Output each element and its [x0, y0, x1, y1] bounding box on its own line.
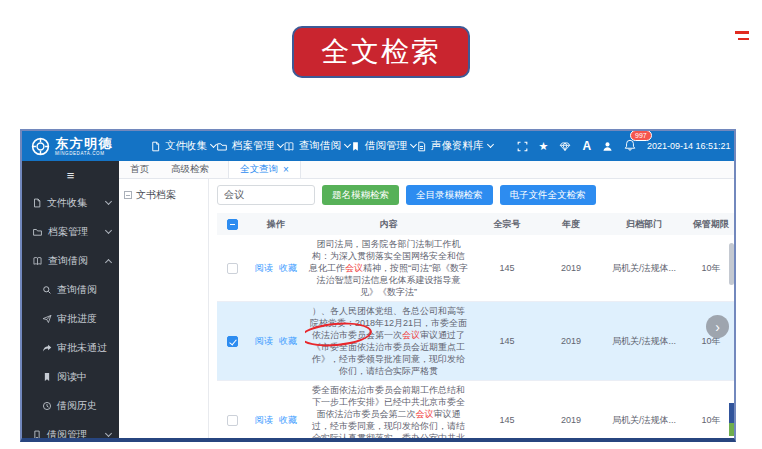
nav-label: 借阅管理 [365, 139, 407, 153]
notifications-bell[interactable]: 997 [624, 137, 636, 155]
highlighted-keyword: 会议 [345, 263, 363, 273]
nav-item-file-collect[interactable]: 文件收集 [150, 139, 216, 153]
highlighted-keyword: 会议 [402, 330, 420, 340]
tab-label: 全文查询 [240, 163, 278, 176]
logo-icon [31, 137, 50, 156]
row-checkbox[interactable] [227, 263, 238, 274]
sidebar-item-label: 审批进度 [57, 312, 97, 326]
collapsed-menu-icon[interactable] [735, 31, 749, 44]
efile-fulltext-search-button[interactable]: 电子文件全文检索 [500, 185, 596, 205]
nav-item-query-borrow[interactable]: 查询借阅 [283, 139, 350, 153]
sidebar-item-label: 查询借阅 [48, 254, 88, 268]
bookmark-icon [42, 372, 52, 382]
top-nav: 文件收集 档案管理 查询借阅 借阅管理 [150, 139, 493, 153]
header-utilities: ★ A 997 2021-09-14 16:51:21 你好 档案管理员 [517, 137, 737, 155]
retention-period: 10年 [688, 235, 734, 301]
table-row[interactable]: 阅读 收藏 团司法局，国务院各部门法制工作机构：为深入贯彻落实全国网络安全和信息… [217, 235, 734, 302]
favorite-link[interactable]: 收藏 [279, 335, 297, 347]
scrollbar-bottom-indicator[interactable] [729, 403, 734, 436]
content-snippet: 委全面依法治市委员会前期工作总结和下一步工作安排》已经中共北京市委全面依法治市委… [305, 381, 472, 442]
fullscreen-icon[interactable] [517, 141, 528, 152]
close-icon[interactable]: × [283, 165, 289, 175]
logo[interactable]: 东方明德 MINGDEDATA.COM [22, 137, 140, 156]
favorite-link[interactable]: 收藏 [279, 262, 297, 274]
read-link[interactable]: 阅读 [255, 335, 273, 347]
next-page-button[interactable]: › [706, 315, 729, 338]
vertical-scrollbar-thumb[interactable] [729, 243, 734, 285]
sidebar-item-label: 档案管理 [48, 225, 88, 239]
sidebar-item-file-collect[interactable]: 文件收集 [22, 188, 119, 217]
fonds-number: 145 [472, 381, 542, 442]
column-header-content: 内容 [305, 213, 472, 235]
row-checkbox[interactable] [227, 336, 238, 347]
header-datetime: 2021-09-14 16:51:21 [647, 141, 731, 151]
nav-item-archive-manage[interactable]: 档案管理 [216, 139, 283, 153]
book-icon [32, 256, 43, 266]
history-icon [42, 401, 52, 411]
retention-period: 10年 [688, 381, 734, 442]
star-icon[interactable]: ★ [539, 141, 549, 152]
sidebar-item-borrow-manage[interactable]: 借阅管理 [22, 420, 119, 438]
year: 2019 [542, 381, 600, 442]
year: 2019 [542, 302, 600, 380]
nav-item-media-library[interactable]: 声像资料库 [416, 139, 493, 153]
year: 2019 [542, 235, 600, 301]
tab-fulltext-query[interactable]: 全文查询 × [228, 161, 301, 178]
tab-advanced-search[interactable]: 高级检索 [160, 161, 220, 178]
page: 全文检索 东方明德 MINGDEDATA.COM 文件收集 [0, 0, 762, 449]
table-row[interactable]: 阅读 收藏 委全面依法治市委员会前期工作总结和下一步工作安排》已经中共北京市委全… [217, 381, 734, 442]
read-link[interactable]: 阅读 [255, 414, 273, 426]
column-header-operation: 操作 [247, 213, 305, 235]
sidebar-item-archive-manage[interactable]: 档案管理 [22, 217, 119, 246]
book-icon [283, 141, 295, 152]
fonds-number: 145 [472, 235, 542, 301]
sidebar-item-label: 借阅历史 [57, 399, 97, 413]
tab-bar: 首页 高级检索 全文查询 × [119, 161, 734, 179]
sidebar-subitem-reading[interactable]: 阅读中 [22, 362, 119, 391]
sidebar-subitem-approval-progress[interactable]: 审批进度 [22, 304, 119, 333]
search-input[interactable] [217, 185, 315, 205]
sidebar-item-label: 审批未通过 [57, 341, 107, 355]
font-size-icon[interactable]: A [582, 140, 591, 152]
row-checkbox[interactable] [227, 415, 238, 426]
filing-department: 局机关/法规体... [600, 235, 688, 301]
media-file-icon [416, 141, 427, 152]
sidebar-subitem-approval-rejected[interactable]: 审批未通过 [22, 333, 119, 362]
table-row-selected[interactable]: 阅读 收藏 ）、各人民团体党组、各总公司和高等院校党委：2018年12月21日，… [217, 302, 734, 381]
retention-period: 10年 [688, 302, 734, 380]
app-window: 东方明德 MINGDEDATA.COM 文件收集 档案管理 查询借阅 [20, 129, 736, 442]
title-fuzzy-search-button[interactable]: 题名模糊检索 [322, 185, 399, 205]
tab-home[interactable]: 首页 [119, 161, 160, 178]
nav-item-borrow-manage[interactable]: 借阅管理 [350, 139, 416, 153]
tree-collapse-icon[interactable] [124, 191, 132, 199]
document-icon [150, 141, 161, 152]
sidebar-subitem-borrow-history[interactable]: 借阅历史 [22, 391, 119, 420]
chevron-down-icon [486, 141, 493, 148]
fulltext-search-button[interactable]: 全文检索 [292, 26, 470, 78]
content-snippet: ）、各人民团体党组、各总公司和高等院校党委：2018年12月21日，市委全面依法… [305, 302, 472, 380]
column-header-year: 年度 [542, 213, 600, 235]
nav-label: 查询借阅 [299, 139, 341, 153]
filing-department: 局机关/法规体... [600, 302, 688, 380]
bookmark-icon [350, 141, 361, 152]
user-icon[interactable] [602, 141, 613, 152]
select-all-checkbox[interactable] [227, 219, 238, 230]
table-header: 操作 内容 全宗号 年度 归档部门 保管期限 [217, 213, 734, 235]
folder-icon [216, 141, 228, 152]
column-header-fonds: 全宗号 [472, 213, 542, 235]
gem-icon[interactable] [559, 141, 571, 152]
search-icon [42, 285, 52, 295]
catalog-fuzzy-search-button[interactable]: 全目录模糊检索 [406, 185, 493, 205]
read-link[interactable]: 阅读 [255, 262, 273, 274]
notification-badge: 997 [630, 130, 652, 141]
forward-arrow-icon [42, 343, 52, 353]
sidebar-subitem-query-borrow[interactable]: 查询借阅 [22, 275, 119, 304]
favorite-link[interactable]: 收藏 [279, 414, 297, 426]
filing-department: 局机关/法规体... [600, 381, 688, 442]
tree-node-document-archive[interactable]: 文书档案 [124, 188, 203, 202]
nav-label: 文件收集 [165, 139, 207, 153]
sidebar-item-query-borrow[interactable]: 查询借阅 [22, 246, 119, 275]
sidebar-collapse-icon[interactable]: ≡ [22, 169, 119, 182]
app-header: 东方明德 MINGDEDATA.COM 文件收集 档案管理 查询借阅 [22, 131, 734, 161]
folder-icon [32, 227, 43, 237]
